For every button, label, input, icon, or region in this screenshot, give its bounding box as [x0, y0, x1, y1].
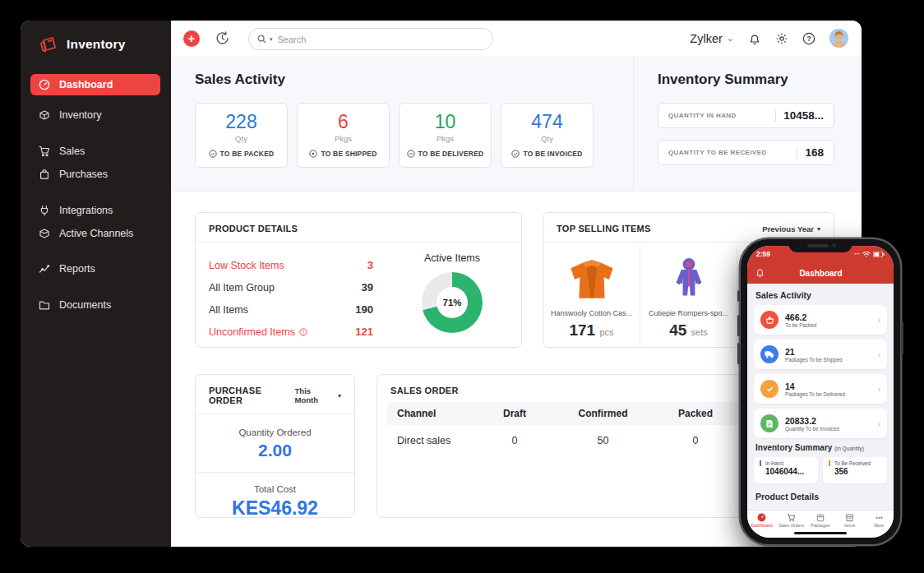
phone-volume-down-button	[737, 343, 740, 364]
phone-tab-more[interactable]: ⋯ More	[864, 513, 894, 528]
romper-product-image	[668, 250, 710, 309]
upper-strip: Sales Activity 228 Qty TO BE PACKED 6 Pk…	[171, 56, 862, 192]
card-value: 6	[298, 111, 389, 133]
user-avatar[interactable]	[829, 29, 848, 48]
card-value: 21	[785, 347, 878, 357]
sidebar-item-documents[interactable]: Documents	[30, 294, 160, 316]
to-be-shipped-card[interactable]: 6 Pkgs TO BE SHIPPED	[297, 103, 390, 168]
phone-in-hand-box[interactable]: In Hand 1046044...	[754, 457, 818, 483]
quantity-to-be-received-box[interactable]: QUANTITY TO BE RECEIVED 168	[658, 140, 834, 165]
sidebar-item-sales[interactable]: Sales	[30, 141, 160, 162]
phone-bell-icon[interactable]	[755, 268, 765, 278]
search-input[interactable]	[276, 34, 444, 45]
item-qty: 171	[569, 321, 595, 339]
box-value: 1046044...	[760, 467, 812, 476]
sidebar-item-purchases[interactable]: Purchases	[30, 164, 160, 185]
quantity-in-hand-box[interactable]: QUANTITY IN HAND 10458...	[658, 103, 834, 128]
total-cost-value: KES46.92	[196, 497, 354, 520]
phone-to-be-shipped-card[interactable]: 21 Packages To be Shipped ›	[754, 340, 887, 369]
phone-to-be-packed-card[interactable]: 466.2 To be Packed ›	[754, 305, 887, 335]
phone-product-details-title: Product Details	[755, 492, 885, 501]
phone-home-indicator[interactable]	[794, 532, 847, 534]
app-window: Inventory Dashboard Inventory Sales Purc…	[21, 21, 862, 547]
to-be-invoiced-card[interactable]: 474 Qty TO BE INVOICED	[501, 103, 594, 168]
summary-title-suffix: (In Quantity)	[834, 446, 864, 451]
active-items-label: Active Items	[401, 252, 503, 264]
item-name: Hanswooly Cotton Cas...	[551, 309, 632, 317]
section-divider	[633, 56, 634, 191]
phone-speaker	[807, 244, 829, 247]
settings-gear-icon[interactable]	[775, 32, 788, 45]
item-unit: sets	[691, 327, 708, 337]
inv-value: 168	[805, 146, 824, 159]
phone-to-be-invoiced-card[interactable]: 20833.2 Quantity To be Invoiced ›	[754, 409, 887, 438]
item-name: Cutiepie Rompers-spo...	[649, 309, 728, 317]
purchase-order-title: PURCHASE ORDER	[209, 386, 295, 405]
sidebar-item-label: Active Channels	[59, 228, 133, 239]
phone-to-be-delivered-card[interactable]: 14 Packages To be Delivered ›	[754, 374, 887, 404]
phone-tab-packages[interactable]: Packages	[806, 513, 835, 528]
sidebar-item-label: Integrations	[59, 205, 113, 216]
chevron-down-icon: ⌄	[727, 33, 734, 44]
phone-to-be-received-box[interactable]: To Be Received 356	[823, 457, 887, 483]
quick-add-button[interactable]: +	[183, 30, 200, 47]
sidebar-item-label: Dashboard	[59, 79, 113, 90]
app-name: Inventory	[67, 37, 126, 52]
cart-icon	[777, 513, 806, 522]
help-icon[interactable]: ?	[802, 32, 815, 45]
search-box[interactable]: ▾	[248, 28, 493, 50]
phone-tab-dashboard[interactable]: Dashboard	[747, 513, 777, 528]
donut-percent: 71%	[422, 272, 483, 333]
to-be-packed-card[interactable]: 228 Qty TO BE PACKED	[195, 103, 288, 168]
sidebar-item-dashboard[interactable]: Dashboard	[30, 74, 160, 95]
tab-label: Sales Orders	[777, 523, 806, 528]
all-item-group-row[interactable]: All Item Group 39	[209, 276, 373, 298]
sidebar-item-label: Documents	[59, 299, 111, 311]
low-stock-items-row[interactable]: Low Stock Items 3	[209, 254, 373, 276]
to-be-delivered-card[interactable]: 10 Pkgs TO BE DELIVERED	[399, 103, 492, 168]
stage: Inventory Dashboard Inventory Sales Purc…	[0, 0, 924, 573]
topbar: + ▾ Zylker ⌄	[171, 21, 862, 57]
phone-tab-items[interactable]: Items	[835, 513, 865, 528]
app-logo: Inventory	[38, 34, 126, 55]
dashboard-icon	[39, 79, 50, 90]
invoice-icon	[760, 414, 778, 432]
top-selling-item[interactable]: Cutiepie Rompers-spo... 45 sets	[640, 245, 737, 347]
card-value: 10	[400, 111, 491, 133]
card-value: 20833.2	[785, 416, 878, 426]
sidebar-item-active-channels[interactable]: Active Channels	[30, 223, 160, 244]
notifications-bell-icon[interactable]	[748, 32, 761, 45]
item-qty: 45	[669, 321, 686, 339]
card-value: 466.2	[785, 312, 878, 322]
caret-down-icon: ▾	[817, 225, 820, 233]
cell-confirmed: 50	[552, 435, 654, 446]
row-value: 39	[362, 281, 373, 293]
card-label: TO BE INVOICED	[523, 150, 582, 158]
minus-circle-icon	[407, 150, 415, 158]
phone-tab-sales-orders[interactable]: Sales Orders	[777, 513, 806, 528]
org-switcher[interactable]: Zylker ⌄	[690, 32, 734, 45]
card-value: 474	[501, 111, 593, 133]
chevron-right-icon: ›	[878, 385, 880, 394]
wifi-icon	[862, 251, 871, 257]
sidebar-item-reports[interactable]: Reports	[30, 258, 160, 280]
product-details-card: PRODUCT DETAILS Low Stock Items 3 All It…	[195, 212, 522, 348]
row-label: All Item Group	[209, 282, 275, 293]
filter-label: This Month	[295, 386, 335, 404]
all-items-row[interactable]: All Items 190	[209, 298, 373, 321]
box-label: To Be Received	[829, 460, 881, 466]
plug-icon	[39, 205, 50, 216]
top-selling-filter-dropdown[interactable]: Previous Year ▾	[762, 224, 820, 233]
row-value: 190	[355, 303, 373, 316]
history-icon[interactable]	[215, 30, 230, 46]
box-value: 356	[829, 467, 881, 476]
search-scope-caret-icon[interactable]: ▾	[270, 36, 273, 43]
sidebar: Inventory Dashboard Inventory Sales Purc…	[21, 21, 171, 547]
top-selling-item[interactable]: Hanswooly Cotton Cas... 171 pcs	[543, 245, 640, 347]
cardigan-product-image	[566, 250, 618, 309]
sidebar-item-integrations[interactable]: Integrations	[30, 200, 160, 221]
unconfirmed-items-row[interactable]: Unconfirmed Items 121	[209, 321, 373, 343]
sidebar-item-inventory[interactable]: Inventory	[30, 104, 160, 126]
phone-power-button	[901, 321, 903, 354]
purchase-order-filter-dropdown[interactable]: This Month ▾	[295, 386, 341, 404]
